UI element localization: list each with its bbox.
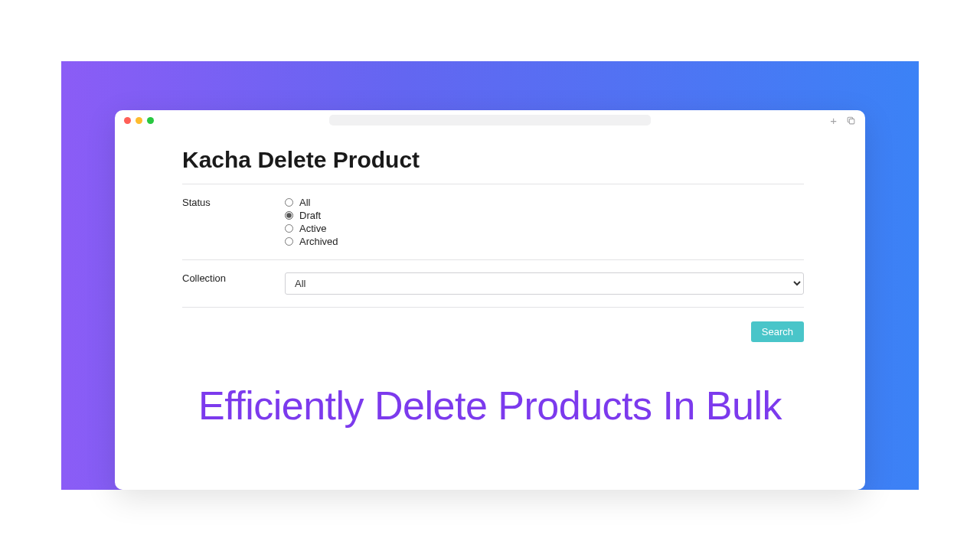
svg-rect-0 <box>849 119 854 124</box>
status-option-active[interactable]: Active <box>285 223 804 234</box>
status-option-label: Draft <box>299 210 321 221</box>
status-radio-draft[interactable] <box>285 211 293 220</box>
status-radio-archived[interactable] <box>285 237 293 246</box>
status-options: All Draft Active Archived <box>285 197 804 247</box>
status-option-label: Active <box>299 223 326 234</box>
tabs-overview-icon[interactable] <box>846 116 856 126</box>
search-button[interactable]: Search <box>751 321 804 342</box>
status-option-label: Archived <box>299 236 338 247</box>
collection-row: Collection All <box>182 260 804 307</box>
actions-row: Search <box>182 308 804 342</box>
status-radio-all[interactable] <box>285 198 293 207</box>
new-tab-button[interactable]: + <box>830 115 837 126</box>
collection-label: Collection <box>182 272 285 295</box>
marketing-tagline: Efficiently Delete Products In Bulk <box>61 383 919 429</box>
status-row: Status All Draft Active Archived <box>182 184 804 259</box>
collection-select[interactable]: All <box>285 272 804 295</box>
status-option-all[interactable]: All <box>285 197 804 208</box>
address-bar[interactable] <box>329 115 651 126</box>
status-option-archived[interactable]: Archived <box>285 236 804 247</box>
browser-titlebar: + <box>115 110 865 130</box>
status-label: Status <box>182 197 285 247</box>
minimize-window-button[interactable] <box>136 117 142 124</box>
traffic-lights <box>124 117 154 124</box>
close-window-button[interactable] <box>124 117 131 124</box>
browser-window: + Kacha Delete Product Status All Dra <box>115 110 865 490</box>
status-radio-active[interactable] <box>285 224 293 233</box>
status-option-draft[interactable]: Draft <box>285 210 804 221</box>
page-title: Kacha Delete Product <box>182 147 804 173</box>
status-option-label: All <box>299 197 310 208</box>
maximize-window-button[interactable] <box>147 117 154 124</box>
page-content: Kacha Delete Product Status All Draft Ac… <box>115 130 865 342</box>
